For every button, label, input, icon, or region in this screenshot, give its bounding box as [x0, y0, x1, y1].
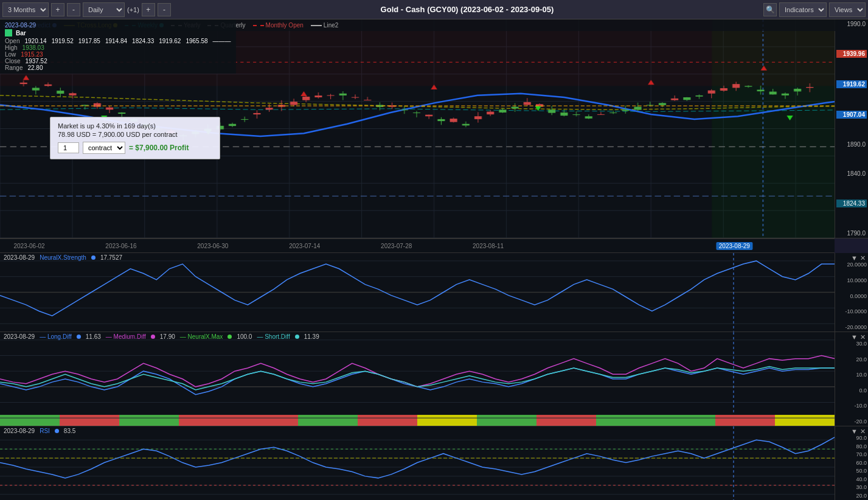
date-tick-0714: 2023-07-14	[289, 243, 320, 249]
quarterly-val: 1919.62	[159, 38, 181, 44]
diff-date: 2023-08-29	[4, 333, 35, 340]
diff-close-icon[interactable]: ✕	[860, 333, 866, 341]
ohlc-box: 2023-08-29 Bar Open1920.14 1919.52 1917.…	[0, 19, 236, 74]
interval-select[interactable]: Daily Weekly Monthly	[83, 2, 125, 17]
tcross-val: 1917.85	[78, 38, 100, 44]
range-val: 22.80	[27, 64, 43, 71]
info-popup: Market is up 4.30% in 169 day(s) 78.98 U…	[50, 117, 220, 159]
neuralx-title: NeuralX.Strength	[40, 254, 86, 261]
toolbar: 3 Months 1 Month 6 Months 1 Year + - Dai…	[0, 0, 868, 19]
neuralx-y-axis: 20.0000 10.0000 0.0000 -10.0000 -20.0000	[835, 253, 868, 332]
popup-line1: Market is up 4.30% in 169 day(s)	[58, 122, 212, 130]
date-axis: 2023-06-02 2023-06-16 2023-06-30 2023-07…	[0, 238, 835, 253]
price-1790: 1790.0	[836, 230, 867, 237]
price-1840: 1840.0	[836, 170, 867, 177]
weekly-val: 1914.84	[105, 38, 127, 44]
shift-forward-button[interactable]: +	[142, 3, 155, 16]
legend-line2: Line2	[311, 22, 338, 29]
price-1990: 1990.0	[836, 21, 867, 27]
rsi-canvas	[0, 426, 835, 500]
contract-qty-input[interactable]	[58, 142, 79, 153]
date-tick-0728: 2023-07-28	[381, 243, 412, 249]
neuralx-header: 2023-08-29 NeuralX.Strength 17.7527	[0, 253, 868, 262]
diff-neuralmax-label: — NeuralX.Max	[180, 333, 223, 340]
chart-date: 2023-08-29	[5, 22, 231, 29]
neuralx-canvas	[0, 253, 835, 332]
diff-short-val: 11.39	[304, 333, 319, 340]
zoom-in-button[interactable]: +	[51, 3, 64, 16]
line2-val: ———	[213, 38, 231, 44]
diff-medium-label: — Medium.Diff	[106, 333, 146, 340]
neuralx-dropdown-icon[interactable]: ▼	[851, 254, 858, 262]
price-1919: 1919.62	[836, 80, 867, 88]
zoom-out-button[interactable]: -	[67, 3, 80, 16]
diff-short-label: — Short.Diff	[257, 333, 290, 340]
diff-header: 2023-08-29 — Long.Diff 11.63 — Medium.Di…	[0, 332, 868, 341]
views-select[interactable]: Views	[829, 2, 866, 17]
close-val: 1937.52	[26, 58, 47, 64]
price-1939: 1939.96	[836, 50, 867, 58]
rsi-dropdown-icon[interactable]: ▼	[851, 428, 858, 436]
diff-panel: 2023-08-29 — Long.Diff 11.63 — Medium.Di…	[0, 332, 868, 426]
neuralx-controls: ▼ ✕	[851, 254, 866, 262]
neuralx-value: 17.7527	[100, 254, 122, 261]
rsi-header: 2023-08-29 RSI 83.5	[0, 426, 868, 436]
rsi-panel: 2023-08-29 RSI 83.5 ▼ ✕ 90.0 80.0 70.0 6…	[0, 426, 868, 500]
diff-long-val: 11.63	[86, 333, 101, 340]
price-1824: 1824.33	[836, 200, 867, 207]
price-1907: 1907.04	[836, 111, 867, 119]
chart-title: Gold - Cash (GCY00) (2023-06-02 - 2023-0…	[173, 5, 761, 14]
diff-long-label: — Long.Diff	[40, 333, 72, 340]
date-tick-0616: 2023-06-16	[105, 243, 136, 249]
rsi-y-axis: 90.0 80.0 70.0 60.0 50.0 40.0 30.0 20.0 …	[835, 426, 868, 500]
diff-neuralmax-val: 100.0	[237, 333, 252, 340]
neuralx-panel: 2023-08-29 NeuralX.Strength 17.7527 ▼ ✕ …	[0, 253, 868, 332]
main-area: 2023-08-29 Bar Open1920.14 1919.52 1917.…	[0, 19, 868, 500]
diff-y-axis: 30.0 20.0 10.0 0.0 -10.0 -20.0	[835, 332, 868, 426]
price-chart[interactable]: 2023-08-29 Bar Open1920.14 1919.52 1917.…	[0, 19, 868, 238]
neuralx-date: 2023-08-29	[4, 254, 35, 261]
bar-type: Bar	[16, 30, 26, 36]
profit-text: = $7,900.00 Profit	[129, 144, 189, 152]
date-tick-0602: 2023-06-02	[13, 243, 44, 249]
rsi-value: 83.5	[64, 428, 75, 434]
rsi-close-icon[interactable]: ✕	[860, 428, 866, 436]
contract-type-select[interactable]: contract	[83, 142, 125, 154]
period-select[interactable]: 3 Months 1 Month 6 Months 1 Year	[2, 2, 49, 17]
open-val: 1920.14	[24, 38, 46, 44]
yearly-val: 1824.33	[132, 38, 154, 44]
date-tick-0829: 2023-08-29	[717, 242, 752, 250]
rsi-date: 2023-08-29	[4, 428, 35, 434]
high-val: 1938.03	[23, 44, 44, 51]
diff-dropdown-icon[interactable]: ▼	[851, 333, 858, 341]
indicators-select[interactable]: Indicators	[779, 2, 827, 17]
shift-back-button[interactable]: -	[158, 3, 171, 16]
diff-canvas	[0, 332, 835, 426]
price-1890: 1890.0	[836, 141, 867, 148]
neuralx-close-icon[interactable]: ✕	[860, 254, 866, 262]
low-val: 1915.23	[21, 51, 43, 58]
price-axis: 1990.0 1939.96 1919.62 1907.04 1890.0 18…	[835, 19, 868, 238]
date-tick-0630: 2023-06-30	[197, 243, 228, 249]
monthly-val: 1965.58	[186, 38, 207, 44]
popup-line2: 78.98 USD = 7,900.00 USD per contract	[58, 131, 212, 138]
rsi-controls: ▼ ✕	[851, 428, 866, 436]
diff-medium-val: 17.90	[160, 333, 175, 340]
date-tick-0811: 2023-08-11	[473, 243, 504, 249]
rsi-title: RSI	[40, 428, 50, 434]
long-predict-val: 1919.52	[52, 38, 74, 44]
search-icon[interactable]: 🔍	[763, 3, 777, 16]
diff-controls: ▼ ✕	[851, 333, 866, 341]
shift-label: (+1)	[127, 6, 139, 13]
legend-monthly-open: Monthly Open	[253, 22, 304, 29]
